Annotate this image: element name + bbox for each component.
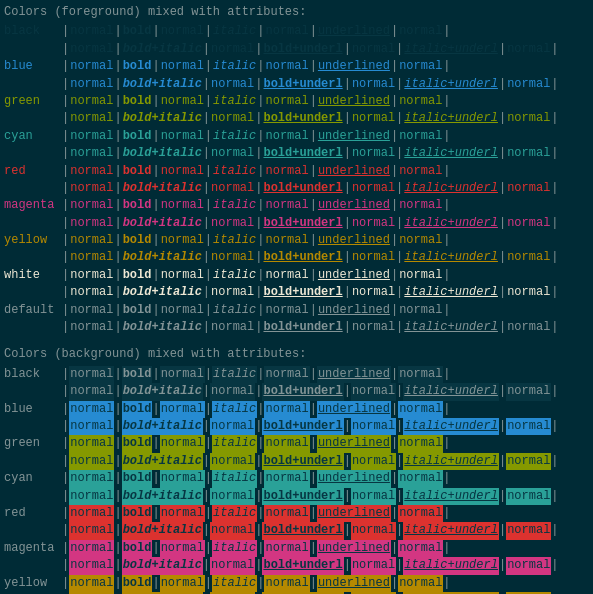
fg-green-row1: green |normal |bold |normal |italic |nor… [4, 93, 589, 110]
fg-magenta-row1: magenta |normal |bold |normal |italic |n… [4, 197, 589, 214]
bg-yellow-row1: yellow |normal |bold |normal |italic |no… [4, 575, 589, 592]
fg-white-row1: white |normal |bold |normal |italic |nor… [4, 267, 589, 284]
fg-black-row2: |normal |bold+italic |normal |bold+under… [4, 41, 589, 58]
bg-blue-row1: blue |normal |bold |normal |italic |norm… [4, 401, 589, 418]
fg-yellow-row2: |normal |bold+italic |normal |bold+under… [4, 249, 589, 266]
bg-header: Colors (background) mixed with attribute… [4, 346, 589, 363]
bg-green-row1: green |normal |bold |normal |italic |nor… [4, 435, 589, 452]
fg-red-row1: red |normal |bold |normal |italic |norma… [4, 163, 589, 180]
fg-white-row2: |normal |bold+italic |normal |bold+under… [4, 284, 589, 301]
bg-red-row1: red |normal |bold |normal |italic |norma… [4, 505, 589, 522]
bg-cyan-row2: |normal |bold+italic |normal |bold+under… [4, 488, 589, 505]
spacer1 [4, 336, 589, 346]
fg-blue-row2: |normal |bold+italic |normal |bold+under… [4, 76, 589, 93]
fg-default-row1: default |normal |bold |normal |italic |n… [4, 302, 589, 319]
fg-cyan-row2: |normal |bold+italic |normal |bold+under… [4, 145, 589, 162]
fg-default-row2: |normal |bold+italic |normal |bold+under… [4, 319, 589, 336]
fg-yellow-row1: yellow |normal |bold |normal |italic |no… [4, 232, 589, 249]
bg-magenta-row2: |normal |bold+italic |normal |bold+under… [4, 557, 589, 574]
fg-black-row1: black |normal |bold |normal |italic |nor… [4, 23, 589, 40]
fg-green-row2: |normal |bold+italic |normal |bold+under… [4, 110, 589, 127]
bg-black-row2: |normal |bold+italic |normal |bold+under… [4, 383, 589, 400]
bg-magenta-row1: magenta |normal |bold |normal |italic |n… [4, 540, 589, 557]
bg-green-row2: |normal |bold+italic |normal |bold+under… [4, 453, 589, 470]
fg-header: Colors (foreground) mixed with attribute… [4, 4, 589, 21]
bg-red-row2: |normal |bold+italic |normal |bold+under… [4, 522, 589, 539]
fg-cyan-row1: cyan |normal |bold |normal |italic |norm… [4, 128, 589, 145]
fg-blue-row1: blue |normal |bold |normal |italic |norm… [4, 58, 589, 75]
fg-magenta-row2: |normal |bold+italic |normal |bold+under… [4, 215, 589, 232]
terminal-output: Colors (foreground) mixed with attribute… [4, 4, 589, 594]
fg-red-row2: |normal |bold+italic |normal |bold+under… [4, 180, 589, 197]
bg-blue-row2: |normal |bold+italic |normal |bold+under… [4, 418, 589, 435]
bg-black-row1: black |normal |bold |normal |italic |nor… [4, 366, 589, 383]
bg-cyan-row1: cyan |normal |bold |normal |italic |norm… [4, 470, 589, 487]
